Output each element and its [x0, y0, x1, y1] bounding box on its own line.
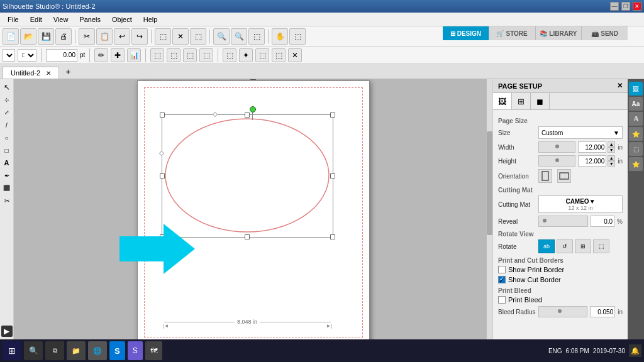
- new-btn[interactable]: 📄: [3, 28, 19, 45]
- window-controls[interactable]: — ❐ ✕: [610, 2, 641, 11]
- transform-tool[interactable]: ⤢: [1, 107, 13, 118]
- menu-help[interactable]: Help: [138, 14, 163, 25]
- delete-shape-btn[interactable]: ✕: [288, 48, 302, 62]
- copy-btn[interactable]: 📋: [96, 28, 113, 45]
- panel-close-btn[interactable]: ✕: [617, 82, 623, 90]
- width-up-btn[interactable]: ▲: [608, 141, 615, 147]
- start-btn[interactable]: ⊞: [3, 341, 21, 360]
- zoom-in-btn[interactable]: 🔍: [213, 28, 230, 45]
- rect-tool[interactable]: □: [1, 145, 13, 156]
- pen-tool[interactable]: ✒: [1, 170, 13, 181]
- bleed-slider[interactable]: [538, 306, 587, 317]
- shape-select[interactable]: □: [18, 49, 36, 62]
- reveal-slider[interactable]: [538, 216, 588, 227]
- handle-br[interactable]: [330, 234, 335, 239]
- show-cut-border-checkbox[interactable]: ✓: [498, 276, 506, 283]
- maximize-btn[interactable]: ❐: [621, 2, 630, 11]
- media-control[interactable]: ▶: [1, 326, 13, 339]
- minimize-btn[interactable]: —: [610, 2, 619, 11]
- handle-bm[interactable]: [245, 234, 250, 239]
- text-tool[interactable]: A: [1, 157, 13, 168]
- width-down-btn[interactable]: ▼: [608, 147, 615, 153]
- cut-btn[interactable]: ✂: [79, 28, 95, 45]
- handle-mr[interactable]: [330, 173, 335, 178]
- pointer-select[interactable]: ▶: [3, 49, 15, 62]
- play-btn[interactable]: ▶: [1, 326, 13, 337]
- print-bleed-checkbox[interactable]: [498, 296, 506, 304]
- handle-skew-t[interactable]: [213, 112, 218, 117]
- portrait-btn[interactable]: [538, 169, 552, 183]
- tab-library[interactable]: 📚 LIBRARY: [535, 26, 582, 40]
- open-btn[interactable]: 📂: [20, 28, 36, 45]
- cutting-mat-dropdown[interactable]: CAMEO ▼ 12 x 12 in: [538, 195, 623, 213]
- tab-close-btn[interactable]: ✕: [46, 70, 51, 77]
- panel-tab-page[interactable]: 🖼: [493, 93, 512, 109]
- handle-ml[interactable]: [160, 173, 165, 178]
- far-right-image-btn[interactable]: 🖼: [629, 82, 643, 96]
- vscroll-thumb[interactable]: [487, 131, 492, 236]
- align-center-btn[interactable]: ⬚: [167, 48, 180, 62]
- draw-btn[interactable]: ✏: [94, 48, 108, 62]
- select-all-btn[interactable]: ⬚: [155, 28, 171, 45]
- far-right-star-btn[interactable]: ⭐: [629, 127, 643, 141]
- handle-tl[interactable]: [160, 112, 165, 118]
- bleed-radius-input[interactable]: [590, 306, 615, 317]
- close-btn[interactable]: ✕: [633, 2, 641, 11]
- taskbar-silhouette[interactable]: S: [128, 341, 143, 360]
- group-btn[interactable]: ⬚: [190, 28, 206, 45]
- ellipse-tool[interactable]: ○: [1, 132, 13, 143]
- taskbar-maps[interactable]: 🗺: [145, 341, 162, 360]
- taskbar-skype[interactable]: S: [109, 341, 125, 360]
- rotate-90-btn[interactable]: ↺: [557, 239, 573, 253]
- taskbar-file-explorer[interactable]: 📁: [67, 341, 86, 360]
- select-tool[interactable]: ↖: [1, 82, 13, 93]
- rotation-handle[interactable]: [250, 106, 256, 112]
- grid-btn[interactable]: ⬚: [289, 28, 306, 45]
- align-left-btn[interactable]: ⬚: [150, 48, 164, 62]
- subtract-btn[interactable]: ⬚: [272, 48, 286, 62]
- eraser-tool[interactable]: ⬛: [1, 182, 13, 194]
- star-btn[interactable]: ✦: [239, 48, 253, 62]
- combine-btn[interactable]: ⬚: [255, 48, 269, 62]
- document-tab[interactable]: Untitled-2 ✕: [3, 67, 59, 79]
- add-tab-btn[interactable]: +: [60, 65, 75, 79]
- size-dropdown[interactable]: Custom ▼: [538, 126, 623, 139]
- task-view-btn[interactable]: ⧉: [45, 341, 64, 360]
- landscape-btn[interactable]: [557, 169, 571, 183]
- align-right-btn[interactable]: ⬚: [183, 48, 197, 62]
- height-input[interactable]: [578, 155, 606, 167]
- vertical-scrollbar[interactable]: [486, 79, 492, 339]
- line-tool[interactable]: /: [1, 119, 13, 131]
- zoom-out-btn[interactable]: 🔍: [231, 28, 247, 45]
- far-right-text-btn[interactable]: Aa: [629, 97, 643, 111]
- redo-btn[interactable]: ↪: [131, 28, 148, 45]
- delete-btn[interactable]: ✕: [172, 28, 189, 45]
- reveal-input[interactable]: [591, 216, 614, 227]
- handle-tr[interactable]: [330, 112, 335, 118]
- menu-panels[interactable]: Panels: [74, 14, 106, 25]
- notification-btn[interactable]: 🔔: [629, 344, 641, 357]
- save-btn[interactable]: 💾: [38, 28, 54, 45]
- knife-tool[interactable]: ✂: [1, 195, 13, 206]
- print-btn[interactable]: 🖨: [55, 28, 72, 45]
- far-right-font-btn[interactable]: 𝔸: [629, 112, 643, 126]
- rotate-270-btn[interactable]: ⬚: [593, 239, 609, 253]
- height-down-btn[interactable]: ▼: [608, 161, 615, 167]
- weld-btn[interactable]: ⬚: [223, 48, 236, 62]
- show-print-border-checkbox[interactable]: [498, 266, 506, 273]
- panel-tab-dark[interactable]: ◼: [531, 93, 550, 109]
- width-input[interactable]: [578, 141, 606, 153]
- tab-send[interactable]: 📠 SEND: [581, 26, 628, 40]
- panel-tab-grid[interactable]: ⊞: [512, 93, 531, 109]
- menu-file[interactable]: File: [3, 14, 24, 25]
- tab-design[interactable]: ⊞ DESIGN: [443, 26, 489, 40]
- rotate-180-btn[interactable]: ⊞: [575, 239, 591, 253]
- search-btn[interactable]: 🔍: [24, 341, 43, 360]
- menu-edit[interactable]: Edit: [25, 14, 47, 25]
- menu-view[interactable]: View: [48, 14, 74, 25]
- far-right-effects-btn[interactable]: ⭐: [629, 157, 643, 171]
- handle-skew-l[interactable]: [158, 151, 164, 156]
- tab-store[interactable]: 🛒 STORE: [489, 26, 535, 40]
- coord-input[interactable]: [46, 49, 77, 62]
- node-tool[interactable]: ⊹: [1, 94, 13, 106]
